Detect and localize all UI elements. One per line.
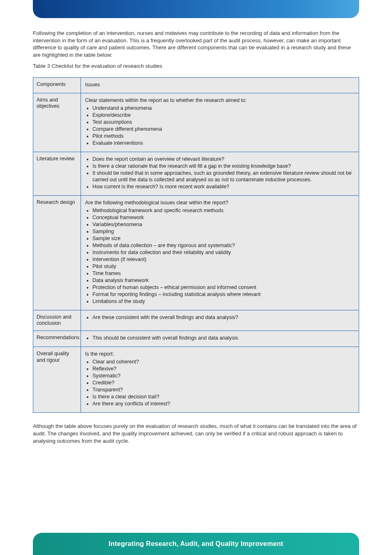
row-content: Clear statements within the report as to… bbox=[81, 93, 359, 152]
list-item: Variables/phenomena bbox=[92, 221, 355, 228]
row-list: Are these consistent with the overall fi… bbox=[85, 314, 355, 321]
list-item: Are there any conflicts of interest? bbox=[92, 400, 355, 407]
list-item: It should be noted that in some approach… bbox=[92, 170, 355, 183]
footer-title: Integrating Research, Audit, and Quality… bbox=[109, 540, 284, 548]
row-content: Does the report contain an overview of r… bbox=[81, 152, 359, 195]
list-item: Pilot methods bbox=[92, 133, 355, 139]
list-item: Evaluate interventions bbox=[92, 140, 355, 146]
list-item: Limitations of the study bbox=[92, 298, 355, 305]
list-item: Intervention (if relevant) bbox=[92, 256, 355, 263]
table-row: Discussion and conclusion Are these cons… bbox=[33, 310, 359, 331]
table-row: Overall quality and rigour Is the report… bbox=[33, 347, 359, 412]
table-header-row: Components Issues bbox=[33, 78, 359, 93]
intro-block: Following the completion of an intervent… bbox=[33, 30, 359, 70]
row-label: Literature review bbox=[33, 152, 81, 195]
list-item: Data analysis framework bbox=[92, 277, 355, 284]
row-content: Are the following methodological issues … bbox=[81, 196, 359, 310]
list-item: Sample size bbox=[92, 235, 355, 242]
row-label: Recommendations bbox=[33, 331, 81, 347]
table-row: Literature review Does the report contai… bbox=[33, 152, 359, 196]
list-item: Time frames bbox=[92, 270, 355, 277]
row-label: Aims and objectives bbox=[33, 93, 81, 152]
list-item: Methods of data collection – are they ri… bbox=[92, 242, 355, 249]
list-item: Conceptual framework bbox=[92, 214, 355, 221]
row-label: Research design bbox=[33, 196, 81, 310]
list-item: Are these consistent with the overall fi… bbox=[92, 314, 355, 321]
row-content: This should be consistent with overall f… bbox=[81, 331, 359, 347]
list-item: Explore/describe bbox=[92, 112, 355, 118]
list-item: Methodological framework and specific re… bbox=[92, 207, 355, 214]
outro-paragraph: Although the table above focuses purely … bbox=[33, 423, 359, 445]
list-item: Transparent? bbox=[92, 386, 355, 393]
table-caption: Table 3 Checklist for the evaluation of … bbox=[33, 62, 359, 70]
table-row: Recommendations This should be consisten… bbox=[33, 331, 359, 347]
row-list: Methodological framework and specific re… bbox=[85, 207, 355, 305]
row-preamble: Are the following methodological issues … bbox=[85, 199, 355, 206]
row-list: This should be consistent with overall f… bbox=[85, 335, 355, 341]
list-item: Is there a clear decision trail? bbox=[92, 393, 355, 400]
intro-paragraph: Following the completion of an intervent… bbox=[33, 30, 359, 58]
header-right: Issues bbox=[81, 78, 359, 93]
list-item: Format for reporting findings – includin… bbox=[92, 291, 355, 298]
row-content: Is the report: Clear and coherent? Refle… bbox=[81, 347, 359, 412]
list-item: Understand a phenomena bbox=[92, 105, 355, 111]
table-row: Aims and objectives Clear statements wit… bbox=[33, 93, 359, 152]
row-list: Clear and coherent? Reflexive? Systemati… bbox=[85, 358, 355, 407]
row-preamble: Is the report: bbox=[85, 351, 355, 357]
list-item: Sampling bbox=[92, 228, 355, 235]
row-content: Are these consistent with the overall fi… bbox=[81, 310, 359, 331]
list-item: Pilot study bbox=[92, 263, 355, 270]
list-item: This should be consistent with overall f… bbox=[92, 335, 355, 341]
evaluation-table: Components Issues Aims and objectives Cl… bbox=[33, 77, 359, 413]
row-label: Discussion and conclusion bbox=[33, 310, 81, 331]
list-item: Protection of human subjects – ethical p… bbox=[92, 284, 355, 291]
row-list: Does the report contain an overview of r… bbox=[85, 156, 355, 190]
list-item: Test assumptions bbox=[92, 119, 355, 125]
top-banner bbox=[33, 0, 359, 18]
list-item: Credible? bbox=[92, 379, 355, 386]
list-item: Instruments for data collection and thei… bbox=[92, 249, 355, 256]
list-item: Is there a clear rationale that the rese… bbox=[92, 163, 355, 169]
list-item: Systematic? bbox=[92, 372, 355, 379]
row-preamble: Clear statements within the report as to… bbox=[85, 97, 355, 104]
list-item: Reflexive? bbox=[92, 365, 355, 372]
list-item: Does the report contain an overview of r… bbox=[92, 156, 355, 162]
header-left: Components bbox=[33, 78, 81, 93]
list-item: Compare different phenomena bbox=[92, 126, 355, 132]
list-item: Clear and coherent? bbox=[92, 358, 355, 365]
table-row: Research design Are the following method… bbox=[33, 196, 359, 310]
bottom-banner: Integrating Research, Audit, and Quality… bbox=[33, 533, 359, 555]
row-list: Understand a phenomena Explore/describe … bbox=[85, 105, 355, 146]
list-item: How current is the research? Is more rec… bbox=[92, 183, 355, 190]
row-label: Overall quality and rigour bbox=[33, 347, 81, 412]
